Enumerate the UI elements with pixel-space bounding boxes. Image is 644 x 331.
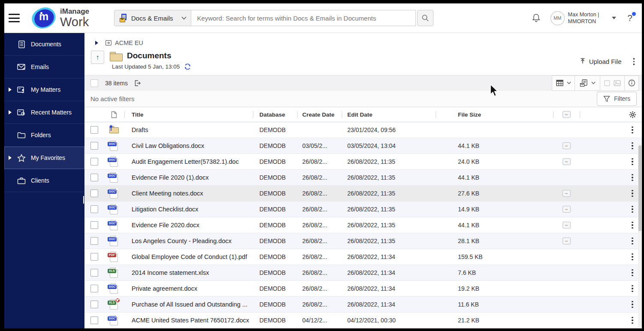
upload-file-button[interactable]: Upload File — [579, 58, 622, 66]
row-menu-button[interactable] — [630, 252, 635, 262]
row-menu-button[interactable] — [630, 268, 635, 278]
column-header-title[interactable]: Title — [124, 107, 253, 122]
image-preview-icon[interactable] — [614, 80, 621, 86]
avatar[interactable]: MM — [551, 11, 565, 25]
link-icon: ↔ — [563, 238, 571, 244]
column-header-edit-date[interactable]: Edit Date — [342, 107, 436, 122]
document-title[interactable]: Client Meeting notes.docx — [124, 190, 253, 197]
sidebar-scrollbar[interactable] — [83, 196, 84, 204]
table-row[interactable]: DOCClient Meeting notes.docxDEMODB26/08/… — [84, 186, 642, 202]
expand-arrow-icon[interactable] — [9, 156, 12, 160]
row-checkbox[interactable] — [90, 301, 98, 308]
document-title[interactable]: Litigation Checklist.docx — [124, 206, 253, 213]
table-row[interactable]: DOCAudit Engagement Letter(57382.1).docD… — [84, 154, 642, 170]
row-checkbox[interactable] — [90, 126, 98, 134]
row-checkbox[interactable] — [90, 142, 98, 150]
table-row[interactable]: XLSPurchase of All Issued and Outstandin… — [84, 297, 642, 313]
column-header-create-date[interactable]: Create Date — [297, 107, 342, 122]
document-title[interactable]: Private agreement.docx — [124, 285, 253, 292]
document-title[interactable]: 2014 Income statement.xlsx — [124, 269, 253, 276]
table-scrollbar[interactable] — [638, 144, 642, 328]
table-row[interactable]: DOCCivil Law Obligations.docxDEMODB03/05… — [84, 138, 642, 154]
sidebar-item-recent-matters[interactable]: Recent Matters — [4, 101, 84, 124]
hamburger-menu-icon[interactable] — [9, 14, 20, 22]
row-menu-button[interactable] — [630, 157, 635, 167]
sidebar-item-emails[interactable]: Emails — [4, 56, 84, 78]
document-title[interactable]: Los Angeles County - Pleading.docx — [124, 238, 253, 244]
row-checkbox[interactable] — [90, 269, 98, 277]
document-title[interactable]: Drafts — [124, 126, 253, 133]
document-title[interactable]: Audit Engagement Letter(57382.1).doc — [124, 158, 253, 165]
row-menu-button[interactable] — [630, 173, 635, 183]
info-button[interactable] — [625, 76, 638, 90]
table-view-button[interactable] — [552, 76, 575, 90]
table-row[interactable]: PDFGlobal Employee Code of Conduct (1).p… — [84, 249, 642, 265]
row-menu-button[interactable] — [630, 205, 635, 214]
row-checkbox[interactable] — [90, 190, 98, 197]
help-button[interactable]: ? — [627, 13, 636, 23]
filters-button[interactable]: Filters — [597, 92, 637, 106]
export-button[interactable] — [134, 80, 141, 87]
table-row[interactable]: DraftsDEMODB23/01/2024, 09:56 — [84, 122, 642, 138]
row-menu-button[interactable] — [630, 300, 635, 310]
document-title[interactable]: Civil Law Obligations.docx — [124, 142, 253, 149]
table-row[interactable]: DOCLos Angeles County - Pleading.docxDEM… — [84, 233, 642, 249]
document-file-size: 19.2 KB — [436, 285, 553, 292]
table-row[interactable]: DOCLitigation Checklist.docxDEMODB26/08/… — [84, 202, 642, 217]
row-checkbox[interactable] — [90, 174, 98, 181]
row-menu-button[interactable] — [630, 236, 635, 246]
document-title[interactable]: Purchase of All Issued and Outstanding .… — [124, 301, 253, 308]
document-title[interactable]: Global Employee Code of Conduct (1).pdf — [124, 253, 253, 260]
column-header-file-size[interactable]: File Size — [436, 107, 553, 122]
document-edit-date: 26/08/2022, 11:35 — [342, 222, 436, 229]
table-row[interactable]: DOCPrivate agreement.docxDEMODB26/08/2..… — [84, 281, 642, 297]
row-menu-button[interactable] — [630, 316, 635, 325]
row-menu-button[interactable] — [630, 125, 635, 135]
row-menu-button[interactable] — [630, 141, 635, 151]
sidebar-item-clients[interactable]: Clients — [4, 169, 84, 192]
breadcrumb-workspace[interactable]: ACME EU — [115, 39, 143, 46]
breadcrumb-expand-icon[interactable] — [95, 41, 98, 45]
row-menu-button[interactable] — [630, 189, 635, 199]
expand-arrow-icon[interactable] — [9, 110, 12, 114]
row-menu-button[interactable] — [630, 220, 635, 230]
table-row[interactable]: DOCEvidence File 2020 (1).docxDEMODB26/0… — [84, 170, 642, 186]
sidebar-item-my-favorites[interactable]: My Favorites — [4, 147, 84, 169]
expand-arrow-icon[interactable] — [9, 87, 12, 92]
row-checkbox[interactable] — [90, 158, 98, 166]
last-updated-label: Last Updated 5 Jan, 13:05 — [112, 63, 180, 70]
document-title[interactable]: Evidence File 2020 (1).docx — [124, 174, 253, 181]
sidebar-item-documents[interactable]: Documents — [4, 33, 84, 56]
user-menu-caret-icon[interactable] — [612, 17, 616, 19]
header-more-menu-button[interactable] — [632, 57, 636, 66]
row-checkbox[interactable] — [90, 316, 98, 324]
column-header-link[interactable]: ↔ — [553, 107, 580, 122]
search-button[interactable] — [417, 10, 433, 26]
row-checkbox[interactable] — [90, 205, 98, 213]
table-row[interactable]: DOCEvidence File 2020.docxDEMODB26/08/2.… — [84, 217, 642, 233]
table-scrollbar-thumb[interactable] — [638, 145, 641, 231]
search-scope-dropdown[interactable]: Docs & Emails — [114, 10, 191, 26]
search-input[interactable] — [191, 10, 416, 26]
column-settings-button[interactable] — [623, 107, 642, 122]
row-menu-button[interactable] — [630, 284, 635, 294]
sidebar-item-label: My Matters — [31, 86, 60, 93]
row-checkbox[interactable] — [90, 237, 98, 245]
row-checkbox[interactable] — [90, 221, 98, 229]
refresh-button[interactable] — [184, 63, 191, 70]
docs-emails-view-button[interactable] — [575, 76, 600, 90]
notifications-button[interactable] — [531, 13, 541, 23]
select-all-checkbox[interactable] — [90, 79, 98, 87]
document-title[interactable]: Evidence File 2020.docx — [124, 222, 253, 229]
row-checkbox[interactable] — [90, 285, 98, 292]
table-row[interactable]: DOCACME United States Patent 7650172.doc… — [84, 313, 642, 328]
row-checkbox[interactable] — [90, 253, 98, 261]
document-title[interactable]: ACME United States Patent 7650172.docx — [124, 317, 253, 324]
column-header-database[interactable]: Database — [253, 107, 297, 122]
go-up-button[interactable]: ↑ — [91, 51, 104, 64]
sidebar-item-folders[interactable]: Folders — [4, 124, 84, 147]
checkbox-view-icon[interactable] — [604, 80, 610, 86]
sidebar-item-my-matters[interactable]: My Matters — [4, 78, 84, 101]
table-row[interactable]: XLS2014 Income statement.xlsxDEMODB26/08… — [84, 265, 642, 281]
user-menu[interactable]: Max Morton | MMORTON — [568, 11, 599, 25]
